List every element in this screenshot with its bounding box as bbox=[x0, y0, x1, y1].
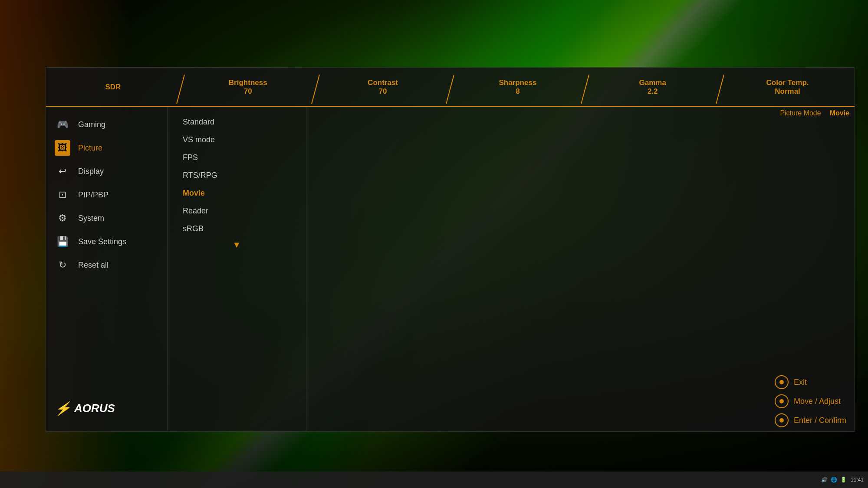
header-item-label-3: Sharpness bbox=[499, 79, 536, 87]
menu-item-vs-mode[interactable]: VS mode bbox=[168, 131, 306, 149]
menu-item-srgb[interactable]: sRGB bbox=[168, 220, 306, 238]
content-area: 🎮Gaming🖼Picture↩Display⊡PIP/PBP⚙System💾S… bbox=[46, 107, 855, 431]
menu-item-standard[interactable]: Standard bbox=[168, 113, 306, 131]
osd-panel: SDRBrightness70Contrast70Sharpness8Gamma… bbox=[46, 67, 855, 432]
header-item-undefined[interactable]: Sharpness8 bbox=[450, 79, 585, 100]
main-menu: StandardVS modeFPSRTS/RPGMovieReadersRGB… bbox=[168, 107, 306, 431]
sidebar-icon-system: ⚙ bbox=[55, 210, 70, 226]
control-icon-enter bbox=[775, 413, 789, 427]
sidebar-item-system[interactable]: ⚙System bbox=[46, 207, 167, 229]
taskbar-system-icons: 🔊 🌐 🔋 bbox=[821, 476, 847, 483]
sub-menu bbox=[306, 107, 855, 431]
sidebar-icon-pip: ⊡ bbox=[55, 187, 70, 203]
controls-area: ExitMove / AdjustEnter / Confirm bbox=[775, 375, 846, 427]
control-label-enter: Enter / Confirm bbox=[794, 416, 846, 425]
header-item-value-1: 70 bbox=[244, 87, 252, 96]
control-icon-move bbox=[775, 394, 789, 408]
taskbar-icon-network: 🌐 bbox=[831, 476, 838, 483]
sidebar-item-gaming[interactable]: 🎮Gaming bbox=[46, 113, 167, 136]
header-item-undefined[interactable]: SDR bbox=[46, 83, 180, 96]
sidebar-item-save[interactable]: 💾Save Settings bbox=[46, 230, 167, 253]
control-item-enter[interactable]: Enter / Confirm bbox=[775, 413, 846, 427]
menu-item-movie[interactable]: Movie bbox=[168, 184, 306, 202]
control-label-move: Move / Adjust bbox=[794, 397, 841, 406]
sidebar-label-system: System bbox=[78, 214, 104, 223]
taskbar-time: 11:41 bbox=[851, 477, 864, 483]
picture-mode-bar: Picture Mode Movie bbox=[775, 108, 855, 119]
logo-area: ⚡ AORUS bbox=[46, 392, 167, 425]
header-item-value-5: Normal bbox=[775, 87, 800, 96]
sidebar-label-save: Save Settings bbox=[78, 237, 126, 246]
header-item-label-4: Gamma bbox=[639, 79, 666, 87]
header-item-label-1: Brightness bbox=[229, 79, 267, 87]
sidebar: 🎮Gaming🖼Picture↩Display⊡PIP/PBP⚙System💾S… bbox=[46, 107, 168, 431]
sidebar-label-display: Display bbox=[78, 167, 104, 176]
header-item-undefined[interactable]: Brightness70 bbox=[181, 79, 315, 100]
sidebar-label-gaming: Gaming bbox=[78, 120, 105, 129]
logo-chevron-icon: ⚡ bbox=[55, 401, 71, 416]
sidebar-item-reset[interactable]: ↻Reset all bbox=[46, 254, 167, 276]
header-bar: SDRBrightness70Contrast70Sharpness8Gamma… bbox=[46, 68, 855, 107]
header-item-value-3: 8 bbox=[516, 87, 519, 96]
sidebar-item-display[interactable]: ↩Display bbox=[46, 160, 167, 183]
sidebar-icon-save: 💾 bbox=[55, 234, 70, 249]
menu-item-reader[interactable]: Reader bbox=[168, 202, 306, 220]
sidebar-icon-reset: ↻ bbox=[55, 257, 70, 273]
header-item-label-5: Color Temp. bbox=[766, 79, 809, 87]
control-item-exit[interactable]: Exit bbox=[775, 375, 846, 389]
sidebar-label-picture: Picture bbox=[78, 144, 102, 153]
header-item-undefined[interactable]: Contrast70 bbox=[316, 79, 450, 100]
picture-mode-value: Movie bbox=[830, 109, 849, 117]
control-item-move[interactable]: Move / Adjust bbox=[775, 394, 846, 408]
taskbar-icon-sound: 🔊 bbox=[821, 476, 828, 483]
picture-mode-label: Picture Mode bbox=[780, 109, 821, 117]
taskbar-icon-battery: 🔋 bbox=[840, 476, 847, 483]
control-icon-exit bbox=[775, 375, 789, 389]
sidebar-icon-picture: 🖼 bbox=[55, 140, 70, 156]
sidebar-item-picture[interactable]: 🖼Picture bbox=[46, 137, 167, 159]
header-item-undefined[interactable]: Gamma2.2 bbox=[585, 79, 720, 100]
sidebar-label-pip: PIP/PBP bbox=[78, 190, 108, 200]
sidebar-label-reset: Reset all bbox=[78, 261, 108, 270]
header-item-value-2: 70 bbox=[379, 87, 387, 96]
header-item-label-0: SDR bbox=[105, 83, 121, 92]
control-label-exit: Exit bbox=[794, 378, 807, 387]
aorus-logo: ⚡ AORUS bbox=[55, 401, 158, 416]
taskbar: 🔊 🌐 🔋 11:41 bbox=[0, 472, 868, 488]
header-item-label-2: Contrast bbox=[368, 79, 398, 87]
sidebar-item-pip[interactable]: ⊡PIP/PBP bbox=[46, 183, 167, 206]
header-item-value-4: 2.2 bbox=[648, 87, 658, 96]
menu-item-rts-rpg[interactable]: RTS/RPG bbox=[168, 167, 306, 184]
scroll-indicator: ▼ bbox=[168, 238, 306, 252]
header-item-undefined[interactable]: Color Temp.Normal bbox=[720, 79, 855, 100]
sidebar-icon-display: ↩ bbox=[55, 164, 70, 179]
menu-item-fps[interactable]: FPS bbox=[168, 149, 306, 167]
sidebar-icon-gaming: 🎮 bbox=[55, 117, 70, 132]
logo-text: AORUS bbox=[74, 402, 115, 415]
